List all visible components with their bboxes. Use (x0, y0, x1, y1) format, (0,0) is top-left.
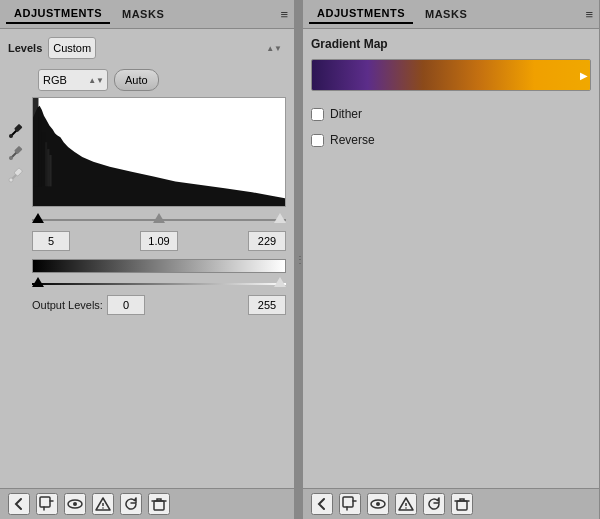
svg-rect-14 (47, 149, 49, 186)
preset-select-wrapper: Custom (48, 37, 286, 59)
section-title: Levels (8, 42, 42, 54)
output-white-slider[interactable] (274, 277, 286, 287)
svg-rect-10 (33, 98, 38, 186)
svg-point-20 (102, 507, 104, 509)
midtone-slider[interactable] (153, 213, 165, 223)
back-button-right[interactable] (311, 493, 333, 515)
output-values-row: Output Levels: (8, 295, 286, 315)
gradient-arrow-icon: ▶ (580, 70, 588, 81)
input-sliders (8, 213, 286, 229)
left-panel-content: Levels Custom RGB Red Green Blue (0, 29, 294, 488)
svg-rect-12 (42, 132, 45, 186)
histogram (32, 97, 286, 207)
right-panel: ADJUSTMENTS MASKS ≡ Gradient Map ▶ Dithe… (303, 0, 600, 519)
warning-button-left[interactable] (92, 493, 114, 515)
panel-divider[interactable]: ⋮ (295, 0, 303, 519)
midtone-input[interactable] (140, 231, 178, 251)
refresh-button-left[interactable] (120, 493, 142, 515)
panel-menu-right[interactable]: ≡ (585, 7, 593, 22)
svg-point-26 (405, 507, 407, 509)
gray-eyedropper[interactable] (8, 143, 26, 161)
output-label: Output Levels: (32, 299, 103, 311)
dither-checkbox[interactable] (311, 108, 324, 121)
reverse-checkbox[interactable] (311, 134, 324, 147)
reverse-row: Reverse (311, 133, 591, 147)
controls-row: RGB Red Green Blue Auto (8, 69, 286, 91)
svg-rect-13 (45, 142, 47, 186)
tab-adjustments-left[interactable]: ADJUSTMENTS (6, 4, 110, 24)
svg-point-18 (73, 502, 77, 506)
tab-adjustments-right[interactable]: ADJUSTMENTS (309, 4, 413, 24)
gradient-map-preview (312, 60, 590, 90)
svg-rect-21 (154, 501, 164, 510)
black-input[interactable] (32, 231, 70, 251)
warning-button-right[interactable] (395, 493, 417, 515)
right-panel-header: ADJUSTMENTS MASKS ≡ (303, 0, 599, 29)
channel-select[interactable]: RGB Red Green Blue (38, 69, 108, 91)
svg-point-24 (376, 502, 380, 506)
svg-rect-16 (40, 497, 50, 507)
crop-button-right[interactable] (339, 493, 361, 515)
eyedroppers (8, 97, 28, 207)
black-eyedropper[interactable] (8, 121, 26, 139)
preset-select[interactable]: Custom (48, 37, 96, 59)
crop-button-left[interactable] (36, 493, 58, 515)
right-panel-content: Gradient Map ▶ Dither Reverse (303, 29, 599, 488)
left-toolbar (0, 488, 294, 519)
dither-row: Dither (311, 107, 591, 121)
histogram-area (8, 97, 286, 207)
svg-point-8 (9, 178, 13, 182)
svg-point-5 (9, 156, 13, 160)
dither-label: Dither (330, 107, 362, 121)
output-gradient-row (8, 259, 286, 273)
svg-rect-27 (457, 501, 467, 510)
eye-button-left[interactable] (64, 493, 86, 515)
svg-rect-11 (38, 118, 41, 187)
auto-button[interactable]: Auto (114, 69, 159, 91)
white-eyedropper[interactable] (8, 165, 26, 183)
gradient-map-bar[interactable]: ▶ (311, 59, 591, 91)
input-values-row (8, 231, 286, 251)
trash-button-left[interactable] (148, 493, 170, 515)
reverse-label: Reverse (330, 133, 375, 147)
refresh-button-right[interactable] (423, 493, 445, 515)
tab-masks-left[interactable]: MASKS (114, 5, 172, 23)
black-point-slider[interactable] (32, 213, 44, 223)
input-slider-track[interactable] (32, 213, 286, 229)
svg-point-2 (9, 134, 13, 138)
output-black-input[interactable] (107, 295, 145, 315)
channel-select-wrapper: RGB Red Green Blue (38, 69, 108, 91)
output-gradient-bar (32, 259, 286, 273)
trash-button-right[interactable] (451, 493, 473, 515)
gradient-map-title: Gradient Map (311, 37, 591, 51)
white-input[interactable] (248, 231, 286, 251)
preset-row: Levels Custom (8, 37, 286, 59)
output-sliders (8, 277, 286, 293)
output-black-slider[interactable] (32, 277, 44, 287)
left-panel: ADJUSTMENTS MASKS ≡ Levels Custom R (0, 0, 295, 519)
output-slider-track[interactable] (32, 277, 286, 293)
panel-menu-left[interactable]: ≡ (280, 7, 288, 22)
svg-rect-22 (343, 497, 353, 507)
svg-rect-15 (49, 155, 51, 186)
output-white-input[interactable] (248, 295, 286, 315)
white-point-slider[interactable] (274, 213, 286, 223)
eye-button-right[interactable] (367, 493, 389, 515)
tab-masks-right[interactable]: MASKS (417, 5, 475, 23)
left-panel-header: ADJUSTMENTS MASKS ≡ (0, 0, 294, 29)
back-button-left[interactable] (8, 493, 30, 515)
right-toolbar (303, 488, 599, 519)
